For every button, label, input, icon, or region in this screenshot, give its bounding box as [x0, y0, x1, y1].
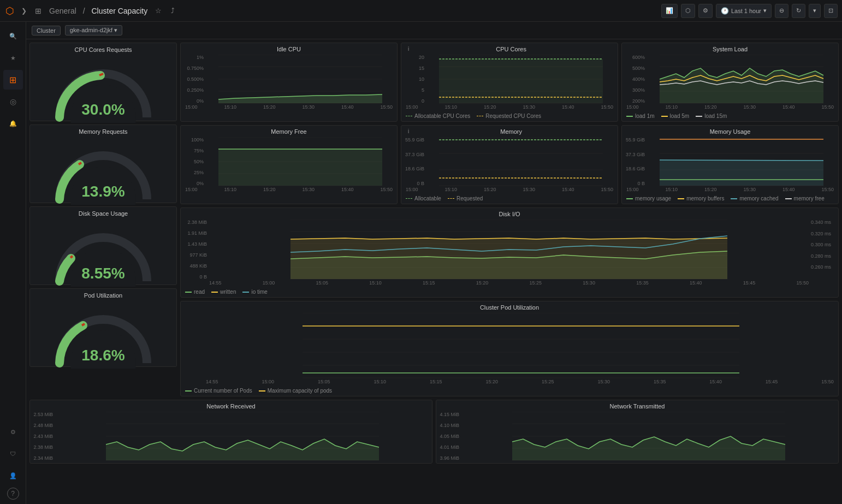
- memory-usage-title: Memory Usage: [622, 126, 838, 136]
- system-load-x-labels: 15:00 15:10 15:20 15:30 15:40 15:50: [624, 104, 836, 110]
- zoom-out-button[interactable]: ⊖: [775, 4, 788, 18]
- star-dashboard-button[interactable]: ⬡: [681, 4, 695, 18]
- legend-load-5m: load 5m: [661, 113, 690, 119]
- sidebar-item-shield[interactable]: 🛡: [3, 444, 23, 464]
- top-bar-right: 📊 ⬡ ⚙ 🕐 Last 1 hour ▾ ⊖ ↻ ▾ ⊡: [661, 4, 838, 18]
- memory-legend: Allocatable Requested: [401, 194, 618, 204]
- panel-pod-utilization: Pod Utilization 18.6%: [29, 288, 177, 367]
- disk-io-chart-container: 2.38 MiB 1.91 MiB 1.43 MiB 977 KiB 488 K…: [183, 220, 836, 286]
- sidebar-item-explore[interactable]: ◎: [3, 92, 23, 111]
- sidebar-item-alerting[interactable]: 🔔: [3, 114, 23, 133]
- memory-usage-legend: memory usage memory buffers memory cache…: [622, 194, 838, 204]
- panel-network-transmitted: Network Transmitted 4.15 MiB 4.10 MiB 4.…: [436, 400, 839, 464]
- network-transmitted-svg: [461, 412, 836, 461]
- network-received-title: Network Received: [30, 400, 432, 411]
- network-received-body: 2.53 MiB 2.48 MiB 2.43 MiB 2.38 MiB 2.34…: [30, 411, 432, 463]
- sidebar-item-config[interactable]: ⚙: [3, 422, 23, 442]
- memory-free-title: Memory Free: [181, 126, 397, 136]
- breadcrumb-parent[interactable]: General: [49, 7, 76, 15]
- network-charts-row: Network Received 2.53 MiB 2.48 MiB 2.43 …: [26, 400, 842, 467]
- system-load-title: System Load: [622, 43, 838, 54]
- toggle-sidebar[interactable]: ❯: [19, 5, 29, 16]
- panel-cpu-cores-requests: CPU Cores Requests 30.0%: [29, 43, 177, 121]
- legend-load-15m: load 15m: [696, 113, 727, 119]
- cluster-pod-body: 500 400 300 200 100 0: [181, 312, 838, 387]
- cluster-pod-chart-container: 500 400 300 200 100 0: [183, 313, 836, 378]
- legend-dash-yellow-2: [448, 198, 454, 199]
- time-range-picker[interactable]: 🕐 Last 1 hour ▾: [716, 4, 772, 18]
- svg-marker-66: [106, 439, 379, 460]
- svg-line-43: [660, 160, 823, 161]
- top-bar: ⬡ ❯ ⊞ General / Cluster Capacity ☆ ⤴ 📊 ⬡…: [0, 0, 842, 22]
- grid-icon[interactable]: ⊞: [33, 5, 44, 16]
- sidebar-item-search[interactable]: 🔍: [3, 26, 23, 46]
- memory-usage-y-labels: 55.9 GiB 37.3 GiB 18.6 GiB 0 B: [624, 137, 646, 186]
- memory-y-labels: 55.9 GiB 37.3 GiB 18.6 GiB 0 B: [404, 137, 425, 186]
- network-received-y-labels: 2.53 MiB 2.48 MiB 2.43 MiB 2.38 MiB 2.34…: [32, 412, 54, 461]
- cpu-cores-svg: [426, 55, 615, 104]
- cluster-filter-label[interactable]: Cluster: [32, 26, 61, 35]
- network-transmitted-title: Network Transmitted: [436, 400, 838, 411]
- memory-usage-x-labels: 15:00 15:10 15:20 15:30 15:40 15:50: [624, 187, 836, 192]
- legend-mem-buffers: memory buffers: [678, 195, 724, 201]
- memory-info-icon[interactable]: i: [406, 128, 409, 134]
- sidebar-item-dashboards[interactable]: ⊞: [3, 70, 23, 90]
- kiosk-button[interactable]: ⊡: [824, 4, 838, 18]
- idle-cpu-body: 1% 0.750% 0.500% 0.250% 0%: [181, 54, 397, 112]
- idle-cpu-title: Idle CPU: [181, 43, 397, 54]
- legend-allocatable-mem: Allocatable: [406, 195, 441, 201]
- system-load-y-labels: 600% 500% 400% 300% 200%: [624, 55, 646, 104]
- disk-io-legend: read written io time: [181, 288, 838, 297]
- breadcrumb-sep: /: [83, 7, 85, 15]
- sidebar-item-help[interactable]: ?: [7, 488, 19, 500]
- legend-max-pods: Maximum capacity of pods: [259, 388, 332, 394]
- panel-disk-io: Disk I/O 2.38 MiB 1.91 MiB 1.43 MiB 977 …: [180, 207, 839, 298]
- legend-line-max-pods: [259, 390, 265, 392]
- system-load-svg: [647, 55, 836, 104]
- refresh-interval-button[interactable]: ▾: [809, 4, 821, 18]
- system-load-body: 600% 500% 400% 300% 200%: [622, 54, 838, 112]
- dashboard-type-button[interactable]: 📊: [661, 4, 678, 18]
- disk-space-title: Disk Space Usage: [30, 207, 176, 219]
- memory-requests-value: 13.9%: [81, 183, 124, 200]
- pod-utilization-body: 18.6%: [30, 301, 176, 366]
- cpu-cores-legend: Allocatable CPU Cores Requested CPU Core…: [401, 112, 618, 121]
- legend-line-read: [185, 292, 192, 293]
- legend-mem-free: memory free: [785, 195, 825, 201]
- settings-button[interactable]: ⚙: [698, 4, 713, 18]
- refresh-button[interactable]: ↻: [792, 4, 805, 18]
- grafana-logo[interactable]: ⬡: [4, 5, 15, 16]
- disk-space-value: 8.55%: [81, 265, 124, 282]
- star-icon[interactable]: ☆: [153, 5, 164, 16]
- sidebar-item-starred[interactable]: ★: [3, 48, 23, 68]
- cluster-filter-value[interactable]: gke-admin-d2jkf ▾: [65, 25, 122, 35]
- cpu-cores-requests-title: CPU Cores Requests: [30, 43, 176, 55]
- memory-usage-chart-wrapper: 55.9 GiB 37.3 GiB 18.6 GiB 0 B: [624, 137, 836, 186]
- share-icon[interactable]: ⤴: [167, 5, 178, 16]
- network-received-svg: [55, 412, 430, 461]
- memory-free-y-labels: 100% 75% 50% 25% 0%: [183, 137, 205, 186]
- cpu-cores-requests-value: 30.0%: [81, 101, 124, 118]
- cpu-cores-x-labels: 15:00 15:10 15:20 15:30 15:40 15:50: [404, 104, 615, 110]
- legend-line-yellow: [661, 116, 668, 117]
- breadcrumb: General / Cluster Capacity: [47, 7, 150, 15]
- legend-dash-green: [406, 116, 412, 117]
- disk-io-body: 2.38 MiB 1.91 MiB 1.43 MiB 977 KiB 488 K…: [181, 218, 838, 288]
- legend-mem-usage: memory usage: [626, 195, 671, 201]
- legend-current-pods: Current number of Pods: [185, 388, 252, 394]
- idle-cpu-svg: [206, 55, 395, 104]
- legend-line-written: [211, 292, 218, 293]
- pod-utilization-value: 18.6%: [81, 347, 124, 364]
- panel-disk-space: Disk Space Usage 8.55%: [29, 206, 177, 285]
- legend-mem-cached: memory cached: [731, 195, 778, 201]
- legend-requested-cpu: Requested CPU Cores: [477, 113, 541, 119]
- cpu-cores-body: 20 15 10 5 0: [401, 54, 618, 112]
- idle-cpu-x-labels: 15:00 15:10 15:20 15:30 15:40 15:50: [183, 104, 395, 110]
- system-load-legend: load 1m load 5m load 15m: [622, 112, 838, 121]
- pod-utilization-title: Pod Utilization: [30, 289, 176, 301]
- svg-marker-72: [512, 436, 785, 460]
- sidebar-item-avatar[interactable]: 👤: [3, 466, 23, 485]
- cpu-cores-info-icon[interactable]: i: [406, 46, 409, 52]
- legend-allocatable-cpu: Allocatable CPU Cores: [406, 113, 470, 119]
- panel-cpu-cores: i CPU Cores 20 15 10 5 0: [401, 43, 618, 122]
